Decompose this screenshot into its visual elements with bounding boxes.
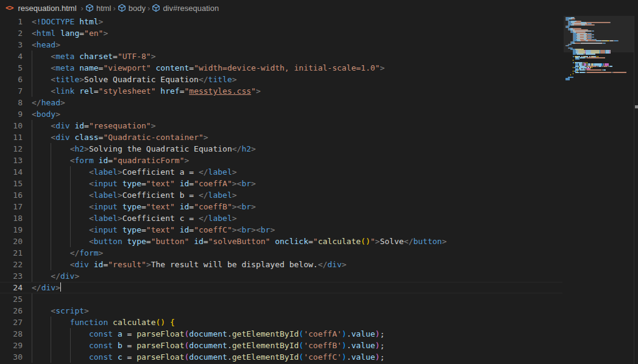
token-ws <box>32 144 70 153</box>
token-ws <box>32 167 89 177</box>
breadcrumb-symbol-label: div#resequation <box>163 4 219 13</box>
code-line[interactable]: 28 const a = parseFloat(document.getElem… <box>0 328 562 340</box>
code-line[interactable]: 17 <input type="text" id="coeffB"><br> <box>0 201 562 212</box>
line-number: 9 <box>0 108 23 120</box>
token-p: > <box>103 29 108 38</box>
code-line[interactable]: 2<html lang="en"> <box>0 27 562 39</box>
code-line[interactable]: 10 <div id="resequation"> <box>0 120 562 131</box>
minimap-line <box>565 79 570 80</box>
minimap-slider[interactable] <box>564 16 634 52</box>
code-line[interactable]: 24</div> <box>0 282 562 293</box>
token-attr: type <box>118 202 141 211</box>
code-line[interactable]: 9<body> <box>0 108 562 120</box>
token-var: a <box>113 329 127 338</box>
code-lines: 1<!DOCTYPE html>2<html lang="en">3<head>… <box>0 16 638 363</box>
token-ws <box>32 318 70 327</box>
token-str: "text" <box>146 179 175 188</box>
code-text: </form> <box>32 247 103 259</box>
token-p: > <box>84 144 89 153</box>
token-text: Coefficient b = <box>122 191 199 200</box>
minimap-line <box>580 57 585 58</box>
token-tag: meta <box>55 52 74 61</box>
token-var: value <box>351 329 375 338</box>
token-p: < <box>89 225 94 234</box>
token-b3: ( <box>299 341 303 350</box>
breadcrumb-separator-icon: › <box>146 4 152 13</box>
code-line[interactable]: 4 <meta charset="UTF-8"> <box>0 51 562 62</box>
code-line[interactable]: 8</head> <box>0 97 562 108</box>
token-ws <box>32 341 89 350</box>
code-line[interactable]: 21 </form> <box>0 247 562 259</box>
code-line[interactable]: 23 </div> <box>0 270 562 282</box>
minimap-line <box>573 56 574 57</box>
code-line[interactable]: 6 <title>Solve Quadratic Equation</title… <box>0 74 562 85</box>
token-var: value <box>351 341 375 350</box>
token-ws <box>32 260 70 269</box>
token-tag: head <box>41 98 60 107</box>
token-fn: parseFloat <box>136 329 184 338</box>
token-ws <box>32 86 51 96</box>
code-line[interactable]: 11 <div class="Quadratic-container"> <box>0 131 562 143</box>
token-p: < <box>32 110 37 119</box>
minimap-line <box>580 69 585 71</box>
token-var: value <box>351 352 375 362</box>
code-line[interactable]: 25 <box>0 293 562 305</box>
line-number: 10 <box>0 120 23 131</box>
code-line[interactable]: 26 <script> <box>0 305 562 317</box>
code-text: <html lang="en"> <box>32 27 108 39</box>
token-tag: button <box>94 237 122 246</box>
token-op: ; <box>380 341 385 350</box>
token-tag: br <box>241 202 251 211</box>
code-line[interactable]: 18 <label>Coefficient c = </label> <box>0 212 562 224</box>
token-ws <box>32 156 70 165</box>
code-line[interactable]: 29 const b = parseFloat(document.getElem… <box>0 340 562 351</box>
code-line[interactable]: 20 <button type="button" id="solveButton… <box>0 236 562 247</box>
token-p: >< <box>251 225 261 234</box>
token-p: </ <box>199 75 208 84</box>
minimap-line <box>573 62 574 63</box>
code-text: <label>Coefficient b = </label> <box>32 189 237 201</box>
code-text: <button type="button" id="solveButton" o… <box>32 236 447 247</box>
code-line[interactable]: 22 <div id="result">The result will be d… <box>0 259 562 270</box>
token-str: "quadraticForm" <box>113 156 184 165</box>
code-line[interactable]: 1<!DOCTYPE html> <box>0 16 562 27</box>
breadcrumb-item-file[interactable]: resequation.html <box>18 4 76 13</box>
code-text: <div class="Quadratic-container"> <box>32 131 208 143</box>
code-line[interactable]: 14 <label>Coefficient a = </label> <box>0 166 562 178</box>
overview-ruler[interactable] <box>634 16 638 364</box>
token-p: > <box>55 110 60 119</box>
code-line[interactable]: 3<head> <box>0 39 562 51</box>
breadcrumb-item-symbol[interactable]: body <box>118 4 146 13</box>
code-line[interactable]: 19 <input type="text" id="coeffC"><br><b… <box>0 224 562 236</box>
breadcrumb-item-symbol[interactable]: html <box>85 4 112 13</box>
minimap-line <box>573 71 573 72</box>
code-text: <meta charset="UTF-8"> <box>32 51 156 62</box>
token-p: > <box>251 144 256 153</box>
code-line[interactable]: 15 <input type="text" id="coeffA"><br> <box>0 178 562 189</box>
token-str: "en" <box>84 29 103 38</box>
code-line[interactable]: 12 <h2>Solving the Quadratic Equation</h… <box>0 143 562 155</box>
token-tag: br <box>241 225 251 234</box>
token-p: > <box>232 75 237 84</box>
code-line[interactable]: 13 <form id="quadraticForm"> <box>0 155 562 166</box>
token-tag: body <box>37 110 55 119</box>
token-attr: html <box>74 17 98 26</box>
token-tag: br <box>241 179 251 188</box>
token-tag: div <box>55 133 69 142</box>
token-p: > <box>232 191 237 200</box>
token-op: = <box>146 237 151 246</box>
token-tag: button <box>413 237 442 246</box>
code-line[interactable]: 16 <label>Coefficient b = </label> <box>0 189 562 201</box>
token-p: > <box>442 237 447 246</box>
code-line[interactable]: 30 const c = parseFloat(document.getElem… <box>0 351 562 363</box>
code-line[interactable]: 27 function calculate() { <box>0 317 562 328</box>
token-tag: input <box>94 202 118 211</box>
minimap[interactable] <box>564 16 634 364</box>
code-line[interactable]: 7 <link rel="stylesheet" href="messtyles… <box>0 85 562 97</box>
code-editor[interactable]: 1<!DOCTYPE html>2<html lang="en">3<head>… <box>0 16 638 364</box>
breadcrumb-item-symbol[interactable]: div#resequation <box>152 4 219 13</box>
code-line[interactable]: 5 <meta name="viewport" content="width=d… <box>0 62 562 74</box>
token-fn: parseFloat <box>136 341 184 350</box>
minimap-line <box>590 67 591 68</box>
code-text: <h2>Solving the Quadratic Equation</h2> <box>32 143 256 155</box>
